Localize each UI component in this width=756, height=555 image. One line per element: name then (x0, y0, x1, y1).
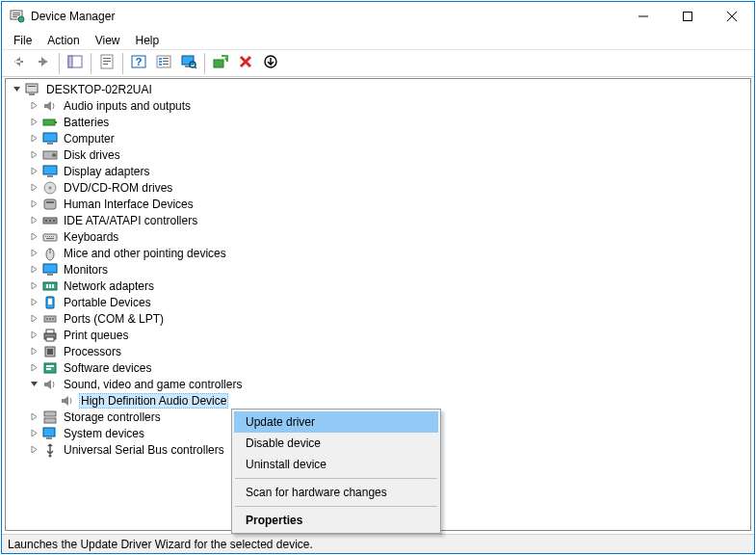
expander-icon[interactable] (27, 329, 40, 342)
expander-icon[interactable] (27, 230, 40, 244)
expander-icon[interactable] (27, 165, 40, 178)
node-label[interactable]: Ports (COM & LPT) (62, 312, 166, 326)
node-label[interactable]: High Definition Audio Device (79, 393, 228, 409)
tree-category[interactable]: Audio inputs and outputs (6, 97, 750, 114)
disk-icon (42, 147, 58, 163)
node-label[interactable]: DVD/CD-ROM drives (62, 181, 174, 195)
update-icon (213, 54, 228, 72)
tree-category[interactable]: IDE ATA/ATAPI controllers (6, 212, 750, 228)
node-label[interactable]: Computer (62, 132, 117, 145)
tree-category[interactable]: Processors (6, 343, 750, 359)
tree-category[interactable]: Mice and other pointing devices (6, 245, 750, 261)
expander-icon[interactable] (27, 312, 40, 326)
expander-icon[interactable] (27, 345, 40, 358)
disable-button[interactable] (259, 52, 282, 75)
node-label[interactable]: Portable Devices (62, 296, 153, 309)
ctx-scan-hardware[interactable]: Scan for hardware changes (234, 482, 438, 503)
expander-icon[interactable] (27, 116, 40, 129)
svg-rect-46 (45, 220, 47, 222)
tree-category[interactable]: Human Interface Devices (6, 196, 750, 212)
node-label[interactable]: Human Interface Devices (62, 198, 196, 211)
tree-category[interactable]: Keyboards (6, 228, 750, 245)
node-label[interactable]: Batteries (62, 116, 111, 129)
ctx-update-driver[interactable]: Update driver (234, 411, 438, 433)
tree-category[interactable]: Portable Devices (6, 294, 750, 310)
tree-category[interactable]: Sound, video and game controllers (6, 376, 750, 392)
svg-rect-76 (46, 365, 54, 367)
maximize-button[interactable] (665, 2, 710, 31)
node-label[interactable]: DESKTOP-02R2UAI (44, 83, 154, 96)
scan-button[interactable] (177, 52, 200, 75)
menu-action[interactable]: Action (39, 32, 87, 49)
list-button[interactable] (152, 52, 175, 75)
expander-icon[interactable] (27, 427, 40, 440)
forward-button[interactable] (32, 52, 55, 75)
node-label[interactable]: Print queues (62, 329, 130, 342)
ctx-properties[interactable]: Properties (234, 510, 438, 531)
tree-root-node[interactable]: DESKTOP-02R2UAI (6, 81, 750, 97)
node-label[interactable]: Storage controllers (62, 410, 163, 424)
tree-category[interactable]: DVD/CD-ROM drives (6, 179, 750, 196)
update-driver-button[interactable] (209, 52, 232, 75)
node-label[interactable]: Keyboards (62, 230, 120, 244)
help-button[interactable]: ? (127, 52, 150, 75)
node-label[interactable]: System devices (62, 427, 146, 440)
node-label[interactable]: Monitors (62, 263, 110, 277)
properties-button[interactable] (95, 52, 118, 75)
node-label[interactable]: Mice and other pointing devices (62, 247, 228, 260)
svg-rect-58 (43, 264, 57, 273)
menu-view[interactable]: View (88, 32, 128, 49)
expander-icon[interactable] (27, 263, 40, 277)
expander-icon[interactable] (27, 148, 40, 162)
menu-help[interactable]: Help (128, 32, 168, 49)
ctx-disable-device[interactable]: Disable device (234, 433, 438, 454)
node-label[interactable]: Disk drives (62, 148, 122, 162)
svg-rect-6 (684, 13, 692, 21)
expander-icon[interactable] (27, 99, 40, 113)
tree-category[interactable]: Disk drives (6, 146, 750, 163)
tree-category[interactable]: Print queues (6, 327, 750, 343)
minimize-button[interactable] (621, 2, 665, 31)
tree-category[interactable]: Batteries (6, 114, 750, 130)
app-icon (10, 9, 25, 24)
node-label[interactable]: Network adapters (62, 279, 156, 293)
uninstall-button[interactable] (234, 52, 257, 75)
tree-category[interactable]: Display adapters (6, 163, 750, 179)
expander-icon[interactable] (10, 83, 23, 96)
node-label[interactable]: Universal Serial Bus controllers (62, 443, 226, 457)
menu-file[interactable]: File (6, 32, 39, 49)
show-hide-button[interactable] (64, 52, 87, 75)
port-icon (42, 311, 58, 327)
expander-icon[interactable] (27, 279, 40, 293)
expander-icon[interactable] (27, 443, 40, 457)
expander-icon[interactable] (27, 247, 40, 260)
back-button[interactable] (7, 52, 30, 75)
node-label[interactable]: Sound, video and game controllers (62, 378, 244, 391)
expander-icon[interactable] (27, 296, 40, 309)
tree-category[interactable]: Ports (COM & LPT) (6, 310, 750, 327)
node-label[interactable]: Audio inputs and outputs (62, 99, 193, 113)
expander-icon[interactable] (27, 198, 40, 211)
tree-category[interactable]: Software devices (6, 359, 750, 376)
speaker-icon (60, 393, 75, 409)
expander-icon[interactable] (27, 181, 40, 195)
tree-category[interactable]: Computer (6, 130, 750, 146)
tree-device[interactable]: High Definition Audio Device (6, 392, 750, 409)
tree-category[interactable]: Network adapters (6, 278, 750, 294)
expander-icon[interactable] (27, 378, 40, 391)
tree-category[interactable]: Monitors (6, 261, 750, 278)
node-label[interactable]: Processors (62, 345, 123, 358)
close-button[interactable] (710, 2, 754, 31)
expander-icon[interactable] (27, 214, 40, 227)
speaker-icon (42, 98, 58, 114)
svg-rect-53 (51, 236, 52, 237)
node-label[interactable]: Display adapters (62, 165, 151, 178)
node-label[interactable]: IDE ATA/ATAPI controllers (62, 214, 199, 227)
node-label[interactable]: Software devices (62, 361, 153, 375)
svg-point-67 (46, 318, 48, 320)
expander-icon[interactable] (27, 132, 40, 145)
expander-icon[interactable] (27, 410, 40, 424)
expander-icon[interactable] (27, 361, 40, 375)
ctx-uninstall-device[interactable]: Uninstall device (234, 454, 438, 475)
expander-icon[interactable] (44, 394, 58, 408)
